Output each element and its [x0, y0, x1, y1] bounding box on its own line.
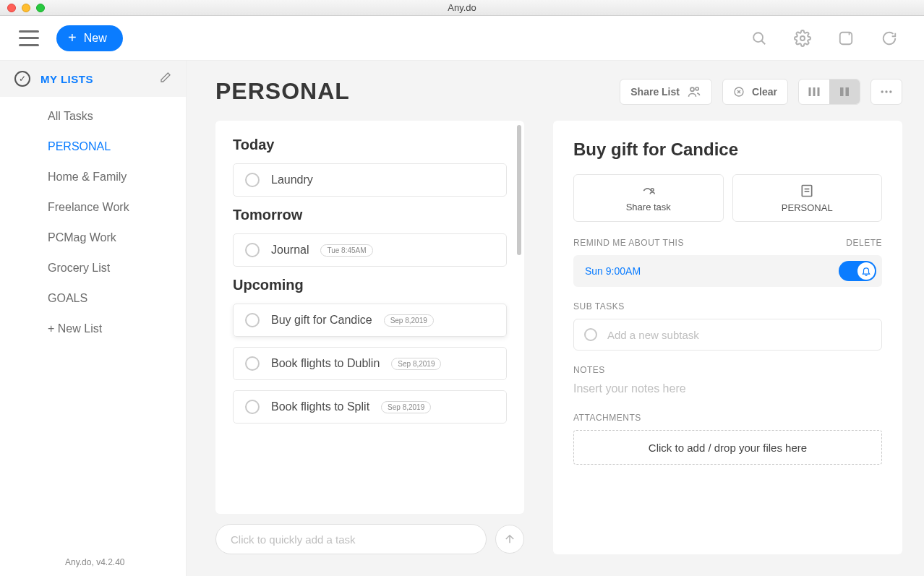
svg-rect-3 — [840, 32, 852, 44]
list-icon — [800, 184, 814, 198]
window-titlebar: Any.do — [0, 0, 924, 16]
svg-point-14 — [889, 90, 891, 93]
x-circle-icon — [733, 86, 745, 98]
pencil-icon[interactable] — [160, 72, 171, 86]
view-three-column[interactable] — [799, 79, 829, 104]
share-task-button[interactable]: Share task — [573, 174, 724, 222]
close-window-button[interactable] — [7, 4, 16, 12]
sidebar-item-new-list[interactable]: + New List — [0, 314, 186, 344]
sidebar-item-all-tasks[interactable]: All Tasks — [0, 101, 186, 132]
subtask-input[interactable] — [607, 329, 871, 341]
svg-rect-7 — [809, 87, 811, 96]
task-list-card: Today Laundry Tomorrow Journal Tue 8:45A… — [215, 121, 524, 514]
section-title-today: Today — [233, 137, 507, 153]
svg-rect-10 — [840, 87, 844, 96]
subtask-input-row[interactable] — [573, 319, 882, 351]
list-button[interactable]: PERSONAL — [732, 174, 883, 222]
window-title: Any.do — [0, 2, 924, 13]
sidebar-header-label: MY LISTS — [40, 73, 150, 85]
attachments-label: ATTACHMENTS — [573, 413, 641, 423]
reminder-toggle[interactable] — [839, 261, 876, 281]
arrow-up-icon — [503, 533, 516, 546]
sidebar-item-pcmag[interactable]: PCMag Work — [0, 223, 186, 253]
more-horizontal-icon — [879, 85, 894, 99]
task-row[interactable]: Journal Tue 8:45AM — [233, 233, 507, 267]
reminder-row[interactable]: Sun 9:00AM — [573, 255, 882, 287]
remind-label: REMIND ME ABOUT THIS — [573, 238, 684, 248]
clear-label: Clear — [752, 86, 777, 98]
page-title: PERSONAL — [215, 78, 350, 105]
task-title: Book flights to Dublin — [271, 357, 380, 370]
reminder-time: Sun 9:00AM — [585, 265, 641, 277]
share-task-label: Share task — [626, 202, 671, 212]
task-checkbox[interactable] — [245, 313, 260, 327]
app-version: Any.do, v4.2.40 — [0, 550, 186, 576]
detail-title: Buy gift for Candice — [573, 139, 882, 160]
menu-icon[interactable] — [19, 30, 39, 46]
task-detail-panel: Buy gift for Candice Share task PERSONAL… — [553, 121, 902, 554]
new-button[interactable]: + New — [56, 25, 123, 51]
bell-icon — [861, 266, 871, 276]
delete-reminder-button[interactable]: DELETE — [846, 238, 882, 248]
task-title: Buy gift for Candice — [271, 314, 372, 327]
task-checkbox[interactable] — [245, 400, 260, 414]
section-title-tomorrow: Tomorrow — [233, 207, 507, 223]
task-date-badge: Sep 8,2019 — [384, 314, 434, 327]
sidebar-item-freelance[interactable]: Freelance Work — [0, 192, 186, 223]
quick-add-submit[interactable] — [495, 525, 524, 554]
view-toggle — [798, 79, 860, 105]
svg-point-15 — [651, 188, 654, 191]
sidebar-item-home-family[interactable]: Home & Family — [0, 162, 186, 192]
sidebar-item-goals[interactable]: GOALS — [0, 283, 186, 314]
attachment-dropzone[interactable]: Click to add / drop your files here — [573, 430, 882, 465]
svg-point-2 — [800, 36, 805, 40]
notes-input[interactable]: Insert your notes here — [573, 382, 882, 395]
gear-icon[interactable] — [794, 30, 811, 47]
subtask-checkbox[interactable] — [584, 328, 597, 341]
clear-button[interactable]: Clear — [722, 79, 788, 105]
task-date-badge: Sep 8,2019 — [381, 401, 431, 413]
task-row[interactable]: Buy gift for Candice Sep 8,2019 — [233, 304, 507, 337]
view-two-column[interactable] — [829, 79, 860, 104]
svg-rect-11 — [846, 87, 850, 96]
task-row[interactable]: Book flights to Dublin Sep 8,2019 — [233, 347, 507, 380]
svg-point-5 — [696, 87, 698, 90]
minimize-window-button[interactable] — [22, 4, 30, 12]
task-row[interactable]: Book flights to Split Sep 8,2019 — [233, 390, 507, 424]
svg-point-12 — [881, 90, 884, 93]
search-icon[interactable] — [750, 30, 768, 47]
notes-label: NOTES — [573, 365, 605, 375]
task-title: Journal — [271, 244, 309, 257]
scrollbar[interactable] — [517, 125, 521, 255]
task-checkbox[interactable] — [245, 173, 260, 187]
window-controls — [0, 4, 45, 12]
svg-line-1 — [761, 40, 765, 44]
more-button[interactable] — [870, 79, 902, 105]
maximize-window-button[interactable] — [36, 4, 45, 12]
task-checkbox[interactable] — [245, 356, 260, 371]
subtasks-label: SUB TASKS — [573, 301, 625, 311]
task-checkbox[interactable] — [245, 243, 260, 257]
svg-point-13 — [885, 90, 887, 93]
svg-point-0 — [753, 33, 763, 42]
section-title-upcoming: Upcoming — [233, 277, 507, 293]
check-circle-icon — [14, 71, 30, 87]
app-toolbar: + New — [0, 16, 924, 61]
sidebar-header[interactable]: MY LISTS — [0, 61, 186, 97]
sidebar-item-grocery[interactable]: Grocery List — [0, 253, 186, 283]
task-date-badge: Tue 8:45AM — [320, 244, 372, 257]
task-row[interactable]: Laundry — [233, 163, 507, 197]
list-name-label: PERSONAL — [782, 202, 833, 213]
window-icon[interactable] — [837, 30, 855, 47]
svg-rect-9 — [818, 87, 820, 96]
share-list-button[interactable]: Share List — [620, 79, 712, 105]
svg-rect-8 — [813, 87, 816, 96]
share-person-icon — [640, 184, 657, 197]
task-title: Book flights to Split — [271, 400, 369, 413]
sidebar-item-personal[interactable]: PERSONAL — [0, 132, 186, 162]
share-list-label: Share List — [630, 86, 680, 98]
task-date-badge: Sep 8,2019 — [391, 358, 441, 370]
task-title: Laundry — [271, 173, 313, 186]
sync-icon[interactable] — [881, 30, 898, 47]
quick-add-input[interactable] — [215, 524, 487, 554]
